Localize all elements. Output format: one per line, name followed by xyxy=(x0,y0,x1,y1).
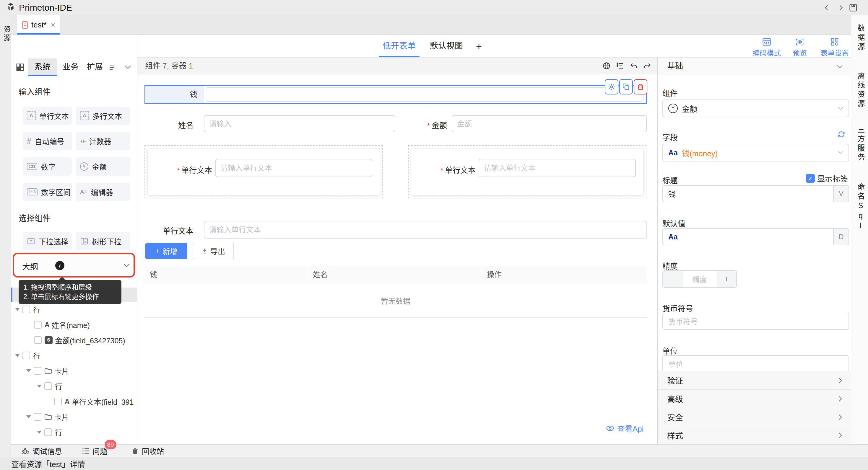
locale-globe-icon[interactable] xyxy=(602,62,611,70)
save-icon[interactable] xyxy=(848,3,858,12)
preview-button[interactable]: 预览 xyxy=(788,38,812,58)
field-delete-button[interactable] xyxy=(634,79,647,95)
expander-icon[interactable] xyxy=(37,385,42,388)
refresh-icon[interactable] xyxy=(837,130,845,138)
nav-back-icon[interactable] xyxy=(823,4,831,12)
problems-button[interactable]: 问题 89 xyxy=(82,445,107,456)
money-field-input[interactable] xyxy=(206,88,644,102)
palette-item-dropdown-select[interactable]: 下拉选择 xyxy=(23,232,72,250)
grid-column-name[interactable]: 姓名 xyxy=(308,266,481,283)
tree-row-row2[interactable]: 行 xyxy=(11,348,137,363)
palette-menu-icon[interactable] xyxy=(109,65,115,70)
component-select[interactable]: ¥ 金额 xyxy=(662,100,849,117)
show-label-toggle[interactable]: ✓ 显示标签 xyxy=(806,173,848,183)
stepper-plus-button[interactable]: + xyxy=(717,271,736,287)
debug-info-button[interactable]: 调试信息 xyxy=(22,445,62,456)
palette-item-editor[interactable]: A≡ 编辑器 xyxy=(76,183,130,201)
field-select[interactable]: Aa 钱(money) xyxy=(662,144,849,162)
default-toggle-button[interactable]: D xyxy=(833,228,849,245)
checkbox[interactable] xyxy=(54,398,62,405)
outline-tree-icon[interactable] xyxy=(616,62,624,70)
checkbox[interactable] xyxy=(34,336,42,344)
grid-column-money[interactable]: 钱 xyxy=(145,266,307,283)
rail-item-resources[interactable]: 资源 xyxy=(1,25,12,42)
palette-tab-system[interactable]: 系统 xyxy=(28,59,57,76)
unit-input[interactable]: 单位 xyxy=(662,355,849,372)
expander-icon[interactable] xyxy=(26,369,31,372)
palette-item-multi-line-text[interactable]: A 多行文本 xyxy=(76,107,130,125)
default-value-input[interactable]: Aa D xyxy=(662,228,849,245)
tree-row-row3[interactable]: 行 xyxy=(11,378,137,394)
palette-item-single-line-text[interactable]: A 单行文本 xyxy=(23,107,72,125)
name-field-input[interactable] xyxy=(204,115,395,132)
recycle-bin-button[interactable]: 回收站 xyxy=(131,445,164,456)
info-icon[interactable]: i xyxy=(55,261,64,270)
grid-column-action[interactable]: 操作 xyxy=(482,266,647,283)
checkbox[interactable] xyxy=(34,413,41,421)
panel-section-security[interactable]: 安全 xyxy=(658,408,851,426)
expander-icon[interactable] xyxy=(37,431,42,434)
panel-section-validation[interactable]: 验证 xyxy=(658,371,851,390)
expander-icon[interactable] xyxy=(15,354,20,357)
precision-input[interactable]: 精度 xyxy=(682,271,717,287)
view-tab-default-view[interactable]: 默认视图 xyxy=(427,35,466,57)
nav-forward-icon[interactable] xyxy=(837,4,845,12)
code-mode-button[interactable]: 编码模式 xyxy=(748,38,785,58)
view-api-link[interactable]: 查看Api xyxy=(606,423,644,434)
card-container-1[interactable]: *单行文本 xyxy=(145,145,383,198)
single-line-field-input[interactable] xyxy=(204,221,647,239)
rail-item-named-sql[interactable]: 命名Sql xyxy=(855,183,866,231)
palette-item-tree-select[interactable]: 树形下拉 xyxy=(76,232,130,250)
palette-item-number-range[interactable]: 1~3 数字区间 xyxy=(23,183,72,201)
expander-icon[interactable] xyxy=(15,308,20,311)
redo-icon[interactable] xyxy=(643,62,651,70)
add-row-button[interactable]: + 新增 xyxy=(145,243,187,259)
palette-item-number[interactable]: 123 数字 xyxy=(23,157,72,176)
checkbox[interactable] xyxy=(34,367,41,375)
rail-item-offline-resources[interactable]: 离线资源 xyxy=(855,72,866,109)
selected-money-field[interactable]: 钱 xyxy=(145,85,647,104)
checkbox-checked-icon[interactable]: ✓ xyxy=(806,174,815,183)
chevron-down-icon[interactable] xyxy=(836,65,843,69)
stepper-minus-button[interactable]: − xyxy=(663,271,682,287)
palette-tab-business[interactable]: 业务 xyxy=(61,59,81,76)
form-settings-button[interactable]: 表单设置 xyxy=(816,38,853,58)
tree-row-name-field[interactable]: A 姓名(name) xyxy=(11,317,137,332)
view-tab-form[interactable]: 低开表单 xyxy=(380,35,418,57)
component-library-icon[interactable] xyxy=(16,63,25,72)
tree-row-amount-field[interactable]: 6 金额(field_63427305) xyxy=(11,332,137,348)
checkbox[interactable] xyxy=(23,306,30,313)
checkbox[interactable] xyxy=(23,351,30,359)
rail-item-third-party-services[interactable]: 三方服务 xyxy=(855,126,866,162)
amount-field-input[interactable] xyxy=(452,115,647,132)
tab-close-icon[interactable]: × xyxy=(51,21,55,30)
checkbox[interactable] xyxy=(44,428,52,436)
outline-chevron-icon[interactable] xyxy=(123,263,130,268)
tree-row-single-line-field[interactable]: A 单行文本(field_391 xyxy=(11,394,137,409)
panel-section-style[interactable]: 样式 xyxy=(658,426,851,444)
tab-test[interactable]: test* × xyxy=(17,15,60,35)
panel-section-advanced[interactable]: 高级 xyxy=(658,390,851,408)
title-value-input[interactable]: 钱 V xyxy=(662,185,849,202)
palette-tab-extend[interactable]: 扩展 xyxy=(85,59,105,76)
panel-section-basic[interactable]: 基础 xyxy=(658,58,851,75)
undo-icon[interactable] xyxy=(629,62,638,70)
palette-item-counter[interactable]: +/- 计数器 xyxy=(76,132,130,150)
export-button[interactable]: 导出 xyxy=(193,243,234,259)
field-settings-button[interactable] xyxy=(605,79,618,95)
tree-row-row4[interactable]: 行 xyxy=(11,425,137,440)
currency-symbol-input[interactable]: 货币符号 xyxy=(662,313,849,330)
expander-icon[interactable] xyxy=(26,415,31,418)
variable-toggle-button[interactable]: V xyxy=(833,185,849,202)
tree-row-card2[interactable]: 卡片 xyxy=(11,409,137,425)
add-view-button[interactable]: + xyxy=(473,35,485,57)
outline-header[interactable]: 大纲 i xyxy=(11,256,137,275)
card-container-2[interactable]: *单行文本 xyxy=(408,145,646,198)
single-line-field-input[interactable] xyxy=(478,159,636,177)
palette-collapse-chevron-icon[interactable] xyxy=(124,65,131,70)
checkbox[interactable] xyxy=(44,382,52,390)
tree-row-card1[interactable]: 卡片 xyxy=(11,363,137,378)
rail-item-data-source[interactable]: 数据源 xyxy=(855,24,866,52)
checkbox[interactable] xyxy=(34,321,42,329)
palette-item-auto-number[interactable]: # 自动编号 xyxy=(23,132,72,150)
